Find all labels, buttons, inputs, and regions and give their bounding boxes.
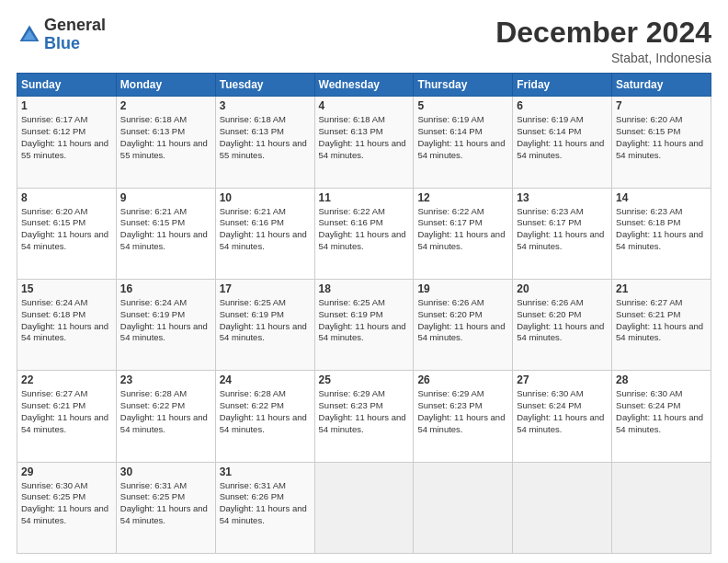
calendar-cell: 2 Sunrise: 6:18 AMSunset: 6:13 PMDayligh… — [116, 97, 215, 188]
header-day: Thursday — [414, 74, 513, 97]
calendar-cell: 14 Sunrise: 6:23 AMSunset: 6:18 PMDaylig… — [612, 188, 711, 279]
calendar-cell: 9 Sunrise: 6:21 AMSunset: 6:15 PMDayligh… — [116, 188, 215, 279]
calendar-cell — [314, 462, 414, 553]
calendar-cell: 18 Sunrise: 6:25 AMSunset: 6:19 PMDaylig… — [314, 279, 414, 370]
day-number: 31 — [220, 465, 311, 478]
cell-content: Sunrise: 6:21 AMSunset: 6:15 PMDaylight:… — [120, 206, 208, 251]
calendar-week: 15 Sunrise: 6:24 AMSunset: 6:18 PMDaylig… — [17, 279, 711, 370]
cell-content: Sunrise: 6:18 AMSunset: 6:13 PMDaylight:… — [319, 114, 406, 159]
day-number: 18 — [319, 282, 410, 295]
calendar-cell: 20 Sunrise: 6:26 AMSunset: 6:20 PMDaylig… — [513, 279, 612, 370]
day-number: 2 — [120, 99, 211, 112]
logo: General Blue — [17, 17, 106, 53]
day-number: 28 — [616, 373, 707, 386]
day-number: 15 — [21, 282, 112, 295]
day-number: 23 — [120, 373, 211, 386]
cell-content: Sunrise: 6:29 AMSunset: 6:23 PMDaylight:… — [417, 388, 505, 433]
cell-content: Sunrise: 6:20 AMSunset: 6:15 PMDaylight:… — [21, 206, 108, 251]
calendar-cell: 6 Sunrise: 6:19 AMSunset: 6:14 PMDayligh… — [513, 97, 612, 188]
calendar-cell: 17 Sunrise: 6:25 AMSunset: 6:19 PMDaylig… — [215, 279, 314, 370]
calendar-cell: 31 Sunrise: 6:31 AMSunset: 6:26 PMDaylig… — [215, 462, 314, 553]
calendar-cell: 15 Sunrise: 6:24 AMSunset: 6:18 PMDaylig… — [17, 279, 117, 370]
calendar-week: 22 Sunrise: 6:27 AMSunset: 6:21 PMDaylig… — [17, 371, 711, 462]
header-day: Wednesday — [314, 74, 414, 97]
day-number: 9 — [120, 191, 211, 204]
cell-content: Sunrise: 6:19 AMSunset: 6:14 PMDaylight:… — [417, 114, 505, 159]
calendar-cell: 29 Sunrise: 6:30 AMSunset: 6:25 PMDaylig… — [17, 462, 117, 553]
day-number: 29 — [21, 465, 112, 478]
calendar-week: 8 Sunrise: 6:20 AMSunset: 6:15 PMDayligh… — [17, 188, 711, 279]
calendar-cell: 3 Sunrise: 6:18 AMSunset: 6:13 PMDayligh… — [215, 97, 314, 188]
cell-content: Sunrise: 6:30 AMSunset: 6:24 PMDaylight:… — [517, 388, 604, 433]
cell-content: Sunrise: 6:23 AMSunset: 6:17 PMDaylight:… — [517, 206, 604, 251]
calendar-body: 1 Sunrise: 6:17 AMSunset: 6:12 PMDayligh… — [17, 97, 711, 554]
cell-content: Sunrise: 6:25 AMSunset: 6:19 PMDaylight:… — [319, 297, 406, 342]
cell-content: Sunrise: 6:31 AMSunset: 6:26 PMDaylight:… — [220, 480, 307, 525]
cell-content: Sunrise: 6:24 AMSunset: 6:19 PMDaylight:… — [120, 297, 208, 342]
calendar-cell — [513, 462, 612, 553]
header-row: SundayMondayTuesdayWednesdayThursdayFrid… — [17, 74, 711, 97]
calendar-cell: 30 Sunrise: 6:31 AMSunset: 6:25 PMDaylig… — [116, 462, 215, 553]
day-number: 22 — [21, 373, 112, 386]
day-number: 24 — [220, 373, 311, 386]
page: General Blue December 2024 Stabat, Indon… — [0, 0, 728, 563]
header-day: Monday — [116, 74, 215, 97]
calendar-cell: 22 Sunrise: 6:27 AMSunset: 6:21 PMDaylig… — [17, 371, 117, 462]
header-day: Sunday — [17, 74, 117, 97]
cell-content: Sunrise: 6:22 AMSunset: 6:17 PMDaylight:… — [417, 206, 505, 251]
cell-content: Sunrise: 6:30 AMSunset: 6:25 PMDaylight:… — [21, 480, 108, 525]
calendar-week: 29 Sunrise: 6:30 AMSunset: 6:25 PMDaylig… — [17, 462, 711, 553]
day-number: 25 — [319, 373, 410, 386]
day-number: 6 — [517, 99, 608, 112]
cell-content: Sunrise: 6:24 AMSunset: 6:18 PMDaylight:… — [21, 297, 108, 342]
cell-content: Sunrise: 6:17 AMSunset: 6:12 PMDaylight:… — [21, 114, 108, 159]
day-number: 17 — [220, 282, 311, 295]
day-number: 14 — [616, 191, 707, 204]
cell-content: Sunrise: 6:23 AMSunset: 6:18 PMDaylight:… — [616, 206, 703, 251]
cell-content: Sunrise: 6:25 AMSunset: 6:19 PMDaylight:… — [220, 297, 307, 342]
cell-content: Sunrise: 6:18 AMSunset: 6:13 PMDaylight:… — [120, 114, 208, 159]
cell-content: Sunrise: 6:27 AMSunset: 6:21 PMDaylight:… — [21, 388, 108, 433]
day-number: 7 — [616, 99, 707, 112]
day-number: 11 — [319, 191, 410, 204]
calendar-cell: 5 Sunrise: 6:19 AMSunset: 6:14 PMDayligh… — [414, 97, 513, 188]
calendar-cell: 21 Sunrise: 6:27 AMSunset: 6:21 PMDaylig… — [612, 279, 711, 370]
day-number: 10 — [220, 191, 311, 204]
calendar-cell: 28 Sunrise: 6:30 AMSunset: 6:24 PMDaylig… — [612, 371, 711, 462]
calendar-table: SundayMondayTuesdayWednesdayThursdayFrid… — [17, 73, 711, 554]
calendar-cell: 27 Sunrise: 6:30 AMSunset: 6:24 PMDaylig… — [513, 371, 612, 462]
cell-content: Sunrise: 6:19 AMSunset: 6:14 PMDaylight:… — [517, 114, 604, 159]
month-title: December 2024 — [495, 17, 711, 49]
calendar-cell — [414, 462, 513, 553]
day-number: 26 — [417, 373, 508, 386]
calendar-cell: 25 Sunrise: 6:29 AMSunset: 6:23 PMDaylig… — [314, 371, 414, 462]
calendar-week: 1 Sunrise: 6:17 AMSunset: 6:12 PMDayligh… — [17, 97, 711, 188]
logo-blue: Blue — [44, 35, 106, 53]
calendar-cell — [612, 462, 711, 553]
day-number: 12 — [417, 191, 508, 204]
day-number: 5 — [417, 99, 508, 112]
cell-content: Sunrise: 6:20 AMSunset: 6:15 PMDaylight:… — [616, 114, 703, 159]
logo-text: General Blue — [44, 17, 106, 53]
day-number: 16 — [120, 282, 211, 295]
calendar-cell: 13 Sunrise: 6:23 AMSunset: 6:17 PMDaylig… — [513, 188, 612, 279]
day-number: 20 — [517, 282, 608, 295]
day-number: 4 — [319, 99, 410, 112]
cell-content: Sunrise: 6:30 AMSunset: 6:24 PMDaylight:… — [616, 388, 703, 433]
location: Stabat, Indonesia — [495, 51, 711, 65]
day-number: 3 — [220, 99, 311, 112]
day-number: 1 — [21, 99, 112, 112]
cell-content: Sunrise: 6:28 AMSunset: 6:22 PMDaylight:… — [220, 388, 307, 433]
calendar-cell: 8 Sunrise: 6:20 AMSunset: 6:15 PMDayligh… — [17, 188, 117, 279]
calendar-cell: 23 Sunrise: 6:28 AMSunset: 6:22 PMDaylig… — [116, 371, 215, 462]
cell-content: Sunrise: 6:28 AMSunset: 6:22 PMDaylight:… — [120, 388, 208, 433]
calendar-cell: 24 Sunrise: 6:28 AMSunset: 6:22 PMDaylig… — [215, 371, 314, 462]
cell-content: Sunrise: 6:26 AMSunset: 6:20 PMDaylight:… — [417, 297, 505, 342]
logo-general: General — [44, 17, 106, 35]
header-day: Friday — [513, 74, 612, 97]
calendar-cell: 4 Sunrise: 6:18 AMSunset: 6:13 PMDayligh… — [314, 97, 414, 188]
calendar-cell: 10 Sunrise: 6:21 AMSunset: 6:16 PMDaylig… — [215, 188, 314, 279]
day-number: 13 — [517, 191, 608, 204]
calendar-cell: 11 Sunrise: 6:22 AMSunset: 6:16 PMDaylig… — [314, 188, 414, 279]
calendar-header: SundayMondayTuesdayWednesdayThursdayFrid… — [17, 74, 711, 97]
